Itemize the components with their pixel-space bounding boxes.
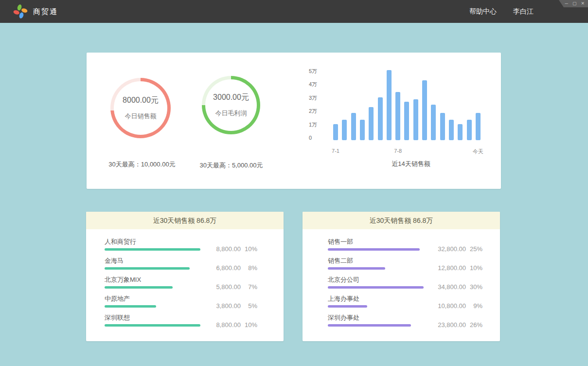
item-name: 深圳联想 — [105, 314, 284, 321]
item-values: 8,800.0010% — [197, 245, 257, 253]
item-amount: 10,800.00 — [422, 302, 466, 310]
item-percent: 10% — [241, 245, 257, 253]
list-item: 人和商贸行8,800.0010% — [105, 238, 284, 257]
list-item: 北京分公司34,800.0030% — [328, 276, 500, 295]
ranking-card-title: 近30天销售额 86.8万 — [86, 212, 284, 229]
item-name: 深圳办事处 — [328, 314, 500, 321]
item-values: 23,800.0026% — [422, 321, 482, 329]
sales-bar — [387, 70, 392, 140]
list-item: 中原地产3,800.005% — [105, 295, 284, 314]
list-item: 深圳办事处23,800.0026% — [328, 314, 500, 333]
item-values: 5,800.007% — [197, 283, 257, 291]
today-sales-caption: 今日销售额 — [125, 112, 157, 121]
item-bar — [105, 248, 200, 251]
item-bar — [105, 267, 190, 270]
today-profit-max-note: 30天最高：5,000.00元 — [179, 161, 284, 170]
list-item: 深圳联想8,800.0010% — [105, 314, 284, 333]
sales-bar — [476, 113, 481, 140]
item-percent: 7% — [241, 283, 257, 291]
item-percent: 8% — [241, 264, 257, 272]
bar-chart-bars — [333, 67, 485, 140]
help-center-link[interactable]: 帮助中心 — [469, 7, 497, 16]
item-bar-area — [328, 286, 424, 289]
maximize-icon[interactable]: ▢ — [572, 0, 577, 7]
sales-bar — [378, 97, 383, 140]
x-axis-tick: 7-8 — [383, 148, 412, 154]
item-name: 销售二部 — [328, 257, 500, 264]
sales-bar — [333, 124, 338, 140]
item-bar-area — [105, 267, 200, 270]
today-sales-gauge: 8000.00元 今日销售额 — [110, 78, 171, 138]
item-name: 销售一部 — [328, 238, 500, 245]
pinwheel-logo-icon — [13, 4, 28, 19]
item-bar-area — [328, 248, 424, 251]
sales-bar — [449, 120, 454, 141]
item-values: 32,800.0025% — [422, 245, 482, 253]
item-bar-area — [105, 248, 200, 251]
item-percent: 10% — [241, 321, 257, 329]
item-amount: 8,800.00 — [197, 321, 241, 329]
item-bar-area — [328, 267, 424, 270]
item-values: 12,800.0010% — [422, 264, 482, 272]
item-name: 人和商贸行 — [105, 238, 284, 245]
item-bar — [328, 286, 424, 289]
item-amount: 6,800.00 — [197, 264, 241, 272]
item-values: 34,800.0030% — [422, 283, 482, 291]
today-sales-value: 8000.00元 — [123, 95, 159, 106]
sales-bar — [413, 99, 418, 140]
header-nav: 帮助中心 李白江 — [469, 0, 534, 23]
item-amount: 12,800.00 — [422, 264, 466, 272]
sales-bar — [360, 120, 365, 141]
item-amount: 32,800.00 — [422, 245, 466, 253]
item-values: 6,800.008% — [197, 264, 257, 272]
item-bar-area — [105, 305, 200, 308]
overview-card: 8000.00元 今日销售额 30天最高：10,000.00元 3000.00元… — [87, 53, 501, 189]
sales-bar — [458, 124, 463, 140]
item-values: 8,800.0010% — [197, 321, 257, 329]
list-item: 金海马6,800.008% — [105, 257, 284, 276]
item-bar — [328, 248, 420, 251]
sales-bar — [404, 102, 409, 141]
department-sales-ranking-card: 近30天销售额 86.8万 销售一部32,800.0025%销售二部12,800… — [303, 212, 500, 341]
item-bar-area — [105, 286, 200, 289]
customer-sales-ranking-card: 近30天销售额 86.8万 人和商贸行8,800.0010%金海马6,800.0… — [86, 212, 284, 341]
item-name: 北京万象MIX — [105, 276, 284, 283]
item-percent: 30% — [466, 283, 482, 291]
item-amount: 5,800.00 — [197, 283, 241, 291]
y-axis-tick: 4万 — [309, 81, 325, 88]
item-name: 金海马 — [105, 257, 284, 264]
ranking-list: 人和商贸行8,800.0010%金海马6,800.008%北京万象MIX5,80… — [86, 229, 284, 333]
list-item: 销售一部32,800.0025% — [328, 238, 500, 257]
item-name: 中原地产 — [105, 295, 284, 302]
y-axis-tick: 2万 — [309, 108, 325, 114]
sales-bar — [467, 120, 472, 141]
y-axis-tick: 1万 — [309, 121, 325, 128]
bar-chart-title: 近14天销售额 — [333, 160, 489, 168]
sales-bar — [440, 113, 445, 140]
window-controls: ─ ▢ ✕ — [559, 0, 588, 7]
sales-bar — [351, 113, 356, 140]
item-name: 北京分公司 — [328, 276, 500, 283]
list-item: 销售二部12,800.0010% — [328, 257, 500, 276]
item-percent: 5% — [241, 302, 257, 310]
today-sales-gauge-center: 8000.00元 今日销售额 — [114, 81, 167, 135]
item-percent: 9% — [466, 302, 482, 310]
today-profit-gauge: 3000.00元 今日毛利润 — [202, 76, 260, 134]
x-axis-tick: 7-1 — [321, 148, 350, 154]
ranking-card-title: 近30天销售额 86.8万 — [303, 212, 500, 229]
item-percent: 25% — [466, 245, 482, 253]
item-amount: 23,800.00 — [422, 321, 466, 329]
x-axis-tick: 今天 — [463, 148, 493, 155]
item-bar-area — [105, 324, 200, 327]
item-bar — [105, 305, 156, 308]
item-amount: 8,800.00 — [197, 245, 241, 253]
item-bar — [328, 324, 411, 327]
close-icon[interactable]: ✕ — [581, 0, 585, 7]
item-bar — [328, 267, 385, 270]
user-menu[interactable]: 李白江 — [513, 7, 534, 16]
today-profit-caption: 今日毛利润 — [215, 109, 247, 118]
minimize-icon[interactable]: ─ — [565, 0, 568, 7]
sales-bar — [342, 120, 347, 141]
app-title: 商贸通 — [33, 0, 58, 23]
sales-bar — [422, 80, 427, 140]
